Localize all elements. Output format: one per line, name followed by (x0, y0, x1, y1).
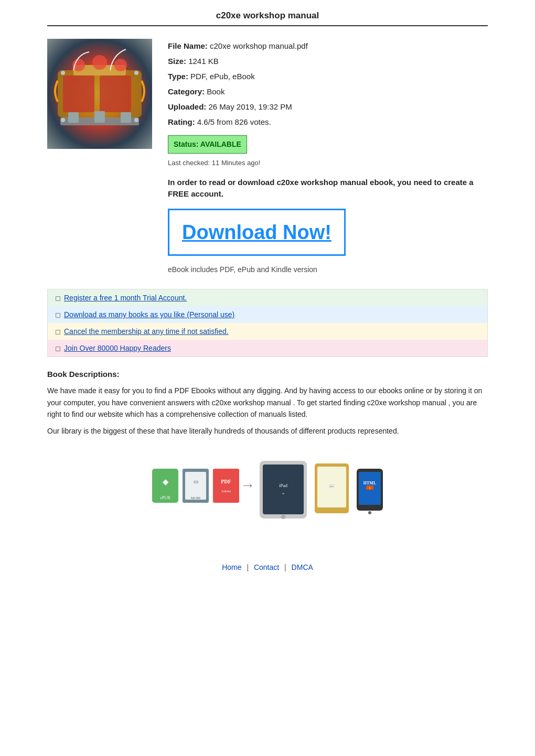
svg-text:Adobe: Adobe (221, 489, 231, 493)
ebook-includes-text: eBook includes PDF, ePub and Kindle vers… (168, 263, 488, 276)
rating-value: 4.6/5 from 826 votes. (197, 117, 271, 126)
category-value: Book (207, 87, 224, 96)
svg-text:MOBI: MOBI (191, 496, 201, 500)
promo-list: ◻ Register a free 1 month Trial Account.… (47, 289, 488, 357)
footer-sep-2: | (284, 563, 286, 571)
footer-sep-1: | (247, 563, 249, 571)
svg-text:✦: ✦ (282, 492, 285, 496)
file-name-label: File Name: (168, 41, 208, 50)
file-info-panel: File Name: c20xe workshop manual.pdf Siz… (168, 39, 488, 276)
footer-home-link[interactable]: Home (222, 563, 241, 571)
svg-text:ePUB: ePUB (160, 495, 170, 500)
svg-text:◆: ◆ (162, 478, 169, 486)
page-title: c20xe workshop manual (47, 10, 488, 21)
svg-point-12 (61, 71, 65, 75)
svg-rect-28 (263, 465, 304, 514)
svg-text:5: 5 (369, 487, 371, 490)
download-now-button[interactable]: Download Now! (168, 209, 346, 256)
book-desc-paragraph-1: We have made it easy for you to find a P… (47, 385, 488, 420)
book-image (47, 39, 152, 149)
type-row: Type: PDF, ePub, eBook (168, 69, 488, 83)
promo-link-3[interactable]: Cancel the membership at any time if not… (64, 327, 229, 336)
footer-dmca-link[interactable]: DMCA (292, 563, 313, 571)
uploaded-label: Uploaded: (168, 102, 206, 111)
svg-text:📖: 📖 (329, 483, 334, 488)
type-value: PDF, ePub, eBook (190, 72, 255, 81)
download-now-label: Download Now! (182, 221, 331, 243)
book-desc-title: Book Descriptions: (47, 370, 488, 379)
file-name-value: c20xe workshop manual.pdf (210, 41, 308, 50)
svg-rect-9 (68, 112, 79, 123)
svg-text:HTML: HTML (363, 481, 376, 485)
svg-rect-3 (100, 75, 131, 112)
file-name-row: File Name: c20xe workshop manual.pdf (168, 39, 488, 53)
rating-label: Rating: (168, 117, 195, 126)
promo-item-2[interactable]: ◻ Download as many books as you like (Pe… (48, 306, 487, 323)
promo-icon-2: ◻ (55, 311, 61, 319)
size-label: Size: (168, 57, 186, 66)
size-value: 1241 KB (188, 57, 219, 66)
promo-icon-3: ◻ (55, 328, 61, 336)
promo-item-3[interactable]: ◻ Cancel the membership at any time if n… (48, 323, 487, 340)
svg-text:▭: ▭ (194, 479, 198, 484)
device-illustration: ◆ ePUB ▭ MOBI PDF Adobe → iPad ✦ 📖 (47, 453, 488, 521)
type-label: Type: (168, 72, 188, 81)
svg-point-37 (368, 511, 371, 514)
category-label: Category: (168, 87, 205, 96)
svg-rect-2 (63, 75, 94, 112)
svg-point-13 (134, 71, 138, 75)
engine-image-svg (47, 39, 152, 149)
devices-svg: ◆ ePUB ▭ MOBI PDF Adobe → iPad ✦ 📖 (147, 453, 388, 521)
svg-rect-11 (121, 112, 131, 123)
promo-link-2[interactable]: Download as many books as you like (Pers… (64, 310, 234, 319)
promo-icon-1: ◻ (55, 294, 61, 302)
promo-icon-4: ◻ (55, 344, 61, 352)
status-badge: Status: AVAILABLE (168, 135, 247, 154)
svg-rect-23 (213, 469, 239, 503)
svg-point-29 (281, 515, 285, 519)
page-header: c20xe workshop manual (47, 10, 488, 26)
svg-point-14 (61, 118, 65, 122)
promo-item-1[interactable]: ◻ Register a free 1 month Trial Account. (48, 289, 487, 306)
rating-row: Rating: 4.6/5 from 826 votes. (168, 115, 488, 129)
promo-link-1[interactable]: Register a free 1 month Trial Account. (64, 294, 187, 302)
book-description-section: Book Descriptions: We have made it easy … (47, 370, 488, 437)
uploaded-row: Uploaded: 26 May 2019, 19:32 PM (168, 100, 488, 114)
promo-item-4[interactable]: ◻ Join Over 80000 Happy Readers (48, 340, 487, 357)
svg-text:PDF: PDF (221, 479, 231, 484)
top-section: File Name: c20xe workshop manual.pdf Siz… (47, 39, 488, 276)
create-account-text: In order to read or download c20xe works… (168, 177, 488, 200)
uploaded-value: 26 May 2019, 19:32 PM (209, 102, 292, 111)
promo-link-4[interactable]: Join Over 80000 Happy Readers (64, 344, 171, 352)
svg-point-6 (92, 55, 107, 70)
download-button-wrapper[interactable]: Download Now! (168, 209, 488, 263)
last-checked: Last checked: 11 Minutes ago! (168, 157, 488, 169)
svg-point-7 (114, 59, 127, 71)
size-row: Size: 1241 KB (168, 54, 488, 68)
svg-rect-10 (94, 111, 105, 123)
svg-text:iPad: iPad (279, 483, 288, 488)
svg-point-15 (134, 118, 138, 122)
book-desc-paragraph-2: Our library is the biggest of these that… (47, 425, 488, 437)
footer: Home | Contact | DMCA (47, 553, 488, 571)
svg-text:→: → (240, 477, 255, 493)
footer-contact-link[interactable]: Contact (254, 563, 279, 571)
category-row: Category: Book (168, 84, 488, 99)
